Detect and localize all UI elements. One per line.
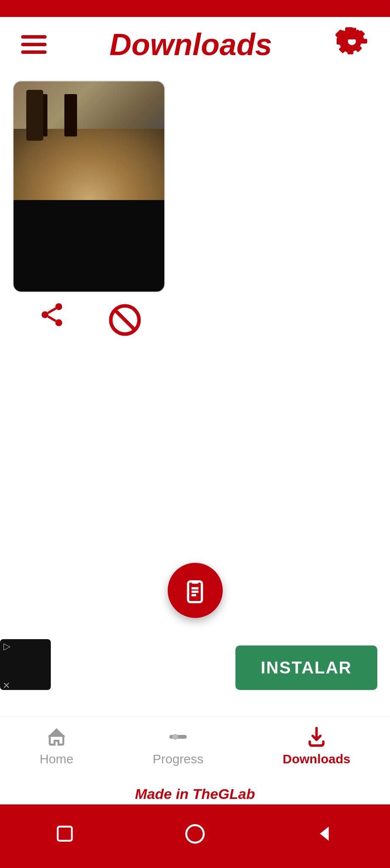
settings-button[interactable]: [335, 24, 369, 65]
nav-label-home: Home: [39, 752, 73, 766]
video-figure-2: [64, 94, 77, 136]
brand-label: Made in TheGLab: [135, 786, 255, 802]
video-card[interactable]: [13, 81, 165, 292]
fab-area: [168, 563, 223, 618]
bottom-nav: Home Progress Downloads: [0, 716, 390, 775]
svg-point-2: [55, 319, 62, 326]
nav-item-home[interactable]: Home: [39, 725, 73, 766]
fab-button[interactable]: [168, 563, 223, 618]
nav-item-downloads[interactable]: Downloads: [283, 725, 351, 766]
svg-rect-14: [58, 826, 72, 840]
system-nav-bar: [0, 804, 390, 868]
ad-indicator: ▷: [0, 639, 14, 654]
system-square-button[interactable]: [54, 823, 75, 849]
svg-point-1: [41, 311, 48, 318]
install-button[interactable]: INSTALAR: [235, 645, 377, 690]
svg-line-3: [48, 317, 55, 321]
ad-container: ▷ ✕: [0, 639, 51, 690]
block-button[interactable]: [108, 303, 138, 333]
svg-line-4: [48, 309, 55, 313]
video-thumbnail: [14, 81, 164, 200]
nav-item-progress[interactable]: Progress: [152, 725, 203, 766]
header: Downloads: [0, 17, 390, 72]
share-button[interactable]: [38, 301, 66, 334]
nav-label-downloads: Downloads: [283, 752, 351, 766]
svg-point-0: [55, 303, 62, 310]
content-area: [0, 72, 390, 351]
menu-button[interactable]: [21, 35, 47, 54]
svg-line-6: [115, 310, 135, 330]
svg-point-15: [186, 825, 204, 842]
system-back-button[interactable]: [315, 823, 336, 849]
system-circle-button[interactable]: [183, 822, 207, 851]
video-figure-1: [35, 94, 47, 136]
ad-close-button[interactable]: ✕: [0, 679, 13, 692]
svg-marker-16: [320, 826, 329, 840]
status-bar-top: [0, 0, 390, 17]
page-title: Downloads: [109, 27, 272, 62]
video-bottom-area: [14, 200, 164, 292]
svg-point-13: [172, 734, 178, 740]
nav-label-progress: Progress: [152, 752, 203, 766]
card-actions: [13, 292, 377, 343]
close-icon[interactable]: ✕: [3, 680, 10, 691]
ad-label: ▷: [3, 641, 11, 651]
